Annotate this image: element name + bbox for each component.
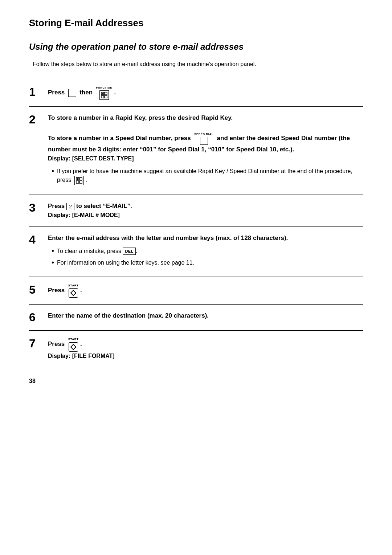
function-icon-key: FUNCTION bbox=[96, 86, 113, 100]
step-4-number: 4 bbox=[29, 233, 43, 246]
function-key bbox=[68, 89, 76, 97]
step-3-content: Press 2 to select “E-MAIL”. Display: [E-… bbox=[48, 201, 363, 220]
svg-rect-8 bbox=[76, 181, 79, 183]
step-5-content: Press START . bbox=[48, 283, 363, 298]
step-7-number: 7 bbox=[29, 337, 43, 350]
step-6: 6 Enter the name of the destination (max… bbox=[29, 304, 363, 330]
step-2-number: 2 bbox=[29, 113, 43, 126]
step-2: 2 To store a number in a Rapid Key, pres… bbox=[29, 106, 363, 195]
step-1-number: 1 bbox=[29, 86, 43, 98]
intro-text: Follow the steps below to store an e-mai… bbox=[33, 60, 363, 69]
step-4-content: Enter the e-mail address with the letter… bbox=[48, 233, 363, 270]
svg-rect-1 bbox=[105, 92, 107, 95]
step-1-content: Press then FUNCTION bbox=[48, 86, 363, 100]
svg-rect-3 bbox=[105, 95, 107, 98]
step-6-number: 6 bbox=[29, 311, 43, 324]
svg-rect-2 bbox=[101, 95, 104, 98]
start-key-2: START bbox=[68, 337, 79, 351]
key-2: 2 bbox=[66, 203, 74, 210]
page-title: Storing E-mail Addresses bbox=[29, 17, 363, 29]
step-5: 5 Press START . bbox=[29, 277, 363, 304]
step-4-bullets: • To clear a mistake, press DEL. • For i… bbox=[52, 247, 363, 267]
speed-dial-key: SPEED DIAL bbox=[194, 132, 213, 145]
step-2-bullets: • If you prefer to have the machine sugg… bbox=[52, 167, 363, 185]
step-5-number: 5 bbox=[29, 283, 43, 296]
function-icon-key-2 bbox=[74, 176, 84, 185]
page-number: 38 bbox=[29, 378, 363, 384]
step-1: 1 Press then FUNCTION bbox=[29, 79, 363, 106]
svg-rect-7 bbox=[79, 177, 82, 180]
del-key: DEL bbox=[123, 248, 136, 255]
step-7: 7 Press START . Display: [FILE FORMAT] bbox=[29, 330, 363, 367]
step-3-number: 3 bbox=[29, 201, 43, 214]
step-2-content: To store a number in a Rapid Key, press … bbox=[48, 113, 363, 188]
step-7-content: Press START . Display: [FILE FORMAT] bbox=[48, 337, 363, 360]
step-4: 4 Enter the e-mail address with the lett… bbox=[29, 227, 363, 276]
step-6-content: Enter the name of the destination (max. … bbox=[48, 311, 363, 321]
start-key-1: START bbox=[68, 283, 79, 298]
svg-rect-9 bbox=[79, 181, 82, 183]
step-3: 3 Press 2 to select “E-MAIL”. Display: [… bbox=[29, 195, 363, 227]
section-title: Using the operation panel to store e-mai… bbox=[29, 42, 363, 52]
